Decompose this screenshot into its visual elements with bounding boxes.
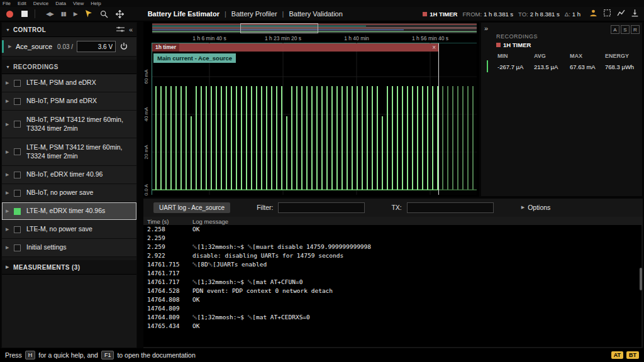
recordings-title: RECORDINGS (13, 63, 133, 70)
zoom-fit-icon[interactable]: ◀▶ (46, 11, 53, 17)
recording-item[interactable]: ▶LTE-M, PSM and eDRX (2, 74, 136, 92)
recording-item[interactable]: ▶Initial settings (2, 239, 136, 257)
play-icon[interactable]: ▶ (74, 11, 77, 17)
tab-battery-profiler[interactable]: Battery Profiler (231, 10, 277, 18)
triangle-right-icon[interactable]: ▶ (6, 190, 14, 195)
recording-checkbox[interactable] (14, 172, 21, 178)
log-message: OK (192, 225, 199, 234)
pointer-tool-icon[interactable] (85, 10, 92, 18)
uart-log-rows[interactable]: 2.258OK2.2592.259␛[1;32mmosh:~$ ␛[muart … (143, 225, 641, 347)
from-value: 1 h 8.381 s (484, 11, 513, 18)
close-icon[interactable]: × (432, 45, 436, 51)
recordings-header[interactable]: ▼ RECORDINGS (2, 60, 136, 74)
recording-item[interactable]: ▶LTE-M, no power save (2, 221, 136, 239)
log-message: ␛[8D␛[JUARTs enabled (192, 260, 267, 269)
options-label: Options (528, 204, 550, 211)
unselected-region-overlay (439, 43, 477, 195)
stats-button-s[interactable]: S (621, 25, 630, 34)
menu-help[interactable]: Help (91, 1, 101, 6)
x-tick-label: 1 h 56 min 40 s (412, 35, 448, 41)
stats-button-r[interactable]: R (631, 25, 640, 34)
log-time: 2.259 (143, 234, 192, 243)
log-time: 2.922 (143, 251, 192, 260)
pause-icon[interactable]: ▮▮ (61, 11, 66, 17)
menu-device[interactable]: Device (33, 1, 48, 6)
options-toggle[interactable]: ▶ Options (521, 204, 551, 211)
download-icon[interactable] (631, 8, 639, 19)
sliders-icon[interactable] (116, 24, 125, 35)
control-header[interactable]: ▼ CONTROL « (2, 23, 136, 37)
recording-checkbox[interactable] (14, 244, 21, 251)
chart-panel: 1 h 6 min 40 s1 h 23 min 20 s1 h 40 min1… (143, 22, 479, 197)
uart-toolbar: UART log - Ace_source Filter: TX: ▶ Opti… (143, 199, 643, 215)
power-icon[interactable] (119, 42, 128, 51)
timer-band[interactable]: 1h timer × (152, 43, 438, 52)
menu-view[interactable]: View (73, 1, 84, 6)
recording-checkbox[interactable] (14, 121, 21, 128)
recording-checkbox[interactable] (14, 208, 21, 215)
pan-tool-icon[interactable] (116, 10, 124, 18)
toolbar-divider (35, 9, 35, 18)
tab-battery-life-estimator[interactable]: Battery Life Estimator (148, 10, 219, 18)
recording-checkbox[interactable] (14, 80, 21, 87)
triangle-right-icon[interactable]: ▶ (8, 44, 16, 49)
license-badges: ATBT (611, 351, 639, 359)
selection-frame-icon[interactable] (603, 8, 611, 19)
stats-timer-label: 1H TIMER (503, 41, 531, 48)
from-label: FROM: (462, 11, 482, 18)
chart-icon[interactable] (617, 8, 625, 19)
stats-checkbox-cell (484, 61, 497, 72)
tab-battery-validation[interactable]: Battery Validation (289, 10, 342, 18)
stats-row-checkbox[interactable] (487, 60, 488, 72)
triangle-right-icon[interactable]: ▶ (6, 99, 14, 104)
recording-checkbox[interactable] (14, 226, 21, 233)
triangle-right-icon[interactable]: ▶ (6, 122, 14, 127)
triangle-right-icon[interactable]: ▶ (6, 150, 14, 155)
menu-file[interactable]: File (3, 1, 11, 6)
tx-input[interactable] (407, 202, 494, 213)
menu-edit[interactable]: Edit (18, 1, 26, 6)
recording-checkbox[interactable] (14, 148, 21, 155)
triangle-right-icon[interactable]: ▶ (6, 172, 14, 177)
stat-col-max: MAX (570, 53, 605, 59)
stop-button[interactable] (21, 11, 28, 17)
recording-item[interactable]: ▶NB-IoT, PSM and eDRX (2, 92, 136, 111)
voltage-input[interactable] (77, 41, 116, 52)
uart-log-tab[interactable]: UART log - Ace_source (153, 202, 230, 213)
log-row: 2.922disable: disabling UARTs for 14759 … (143, 251, 641, 260)
log-row: 14764.808OK (143, 295, 641, 304)
zoom-tool-icon[interactable] (100, 10, 108, 18)
recording-item[interactable]: ▶LTE-M, PSM T3412 timer 60min, T3324 tim… (2, 138, 136, 166)
user-icon[interactable] (589, 8, 597, 19)
recording-item[interactable]: ▶NB-IoT, PSM T3412 timer 60min, T3324 ti… (2, 111, 136, 138)
overview-selection-window[interactable] (240, 23, 318, 33)
waveform-svg[interactable] (152, 43, 477, 195)
recording-label: LTE-M, PSM and eDRX (26, 79, 96, 87)
triangle-right-icon[interactable]: ▶ (6, 245, 14, 250)
triangle-right-icon[interactable]: ▶ (6, 227, 14, 232)
recording-label: NB-IoT, PSM T3412 timer 60min, T3324 tim… (26, 116, 133, 133)
scrollbar-thumb[interactable] (640, 268, 642, 290)
selection-cursor-line[interactable] (438, 43, 439, 195)
triangle-right-icon[interactable]: ▶ (6, 209, 14, 214)
status-mid: for a quick help, and (38, 351, 98, 359)
source-row[interactable]: ▶ Ace_source 0.03 / (2, 37, 136, 57)
recording-item[interactable]: ▶LTE-M, eDRX timer 40.96s (2, 202, 136, 221)
timeline-overview[interactable] (152, 23, 477, 33)
recording-checkbox[interactable] (14, 98, 21, 105)
recording-item[interactable]: ▶NB-IoT, no power save (2, 184, 136, 202)
recording-item[interactable]: ▶NB-IoT, eDRX timer 40.96 (2, 166, 136, 184)
triangle-right-icon[interactable]: ▶ (6, 80, 14, 85)
stats-button-a[interactable]: A (611, 25, 619, 34)
expand-panel-icon[interactable]: » (484, 25, 488, 32)
filter-input[interactable] (278, 202, 365, 213)
to-label: TO: (518, 11, 528, 18)
log-time: 14761.717 (143, 269, 192, 278)
recording-label: NB-IoT, no power save (26, 189, 93, 197)
measurements-header[interactable]: ▶ MEASUREMENTS (3) (2, 260, 136, 275)
record-button[interactable] (6, 11, 13, 18)
recording-checkbox[interactable] (14, 190, 21, 197)
menu-data[interactable]: Data (55, 1, 66, 6)
stats-panel-title: RECORDINGS (496, 33, 538, 40)
collapse-panel-icon[interactable]: « (129, 26, 133, 33)
